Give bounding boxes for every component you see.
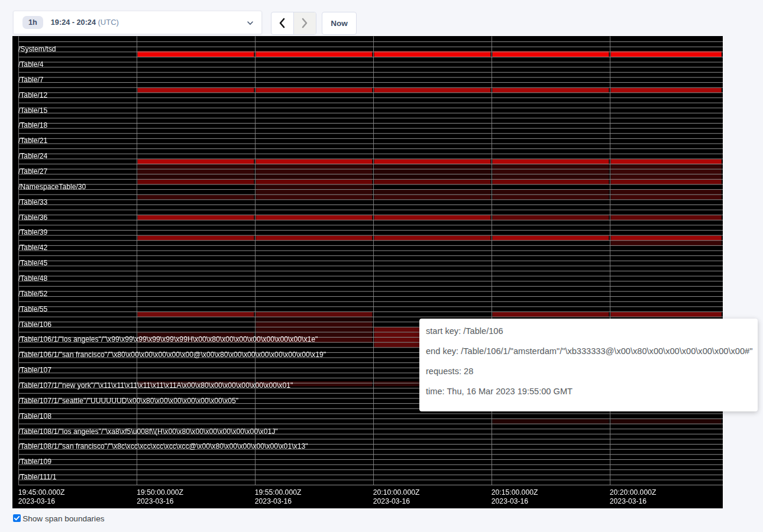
- svg-text:/Table/107: /Table/107: [18, 366, 51, 374]
- svg-text:20:20:00.000Z: 20:20:00.000Z: [610, 488, 657, 497]
- svg-text:/Table/108/1/"san francisco"/": /Table/108/1/"san francisco"/"\x8c\xcc\x…: [18, 442, 308, 450]
- svg-text:2023-03-16: 2023-03-16: [18, 497, 56, 505]
- svg-text:19:55:00.000Z: 19:55:00.000Z: [255, 488, 302, 497]
- svg-text:/Table/42: /Table/42: [18, 244, 48, 252]
- svg-text:2023-03-16: 2023-03-16: [137, 497, 174, 505]
- svg-text:/Table/15: /Table/15: [18, 106, 48, 115]
- svg-text:/Table/106: /Table/106: [18, 320, 51, 329]
- svg-text:/Table/7: /Table/7: [18, 76, 44, 84]
- svg-text:/Table/107/1/"new york"/"\x11\: /Table/107/1/"new york"/"\x11\x11\x11\x1…: [18, 381, 293, 390]
- svg-text:2023-03-16: 2023-03-16: [255, 497, 292, 505]
- svg-text:/Table/109: /Table/109: [18, 458, 51, 466]
- svg-text:19:50:00.000Z: 19:50:00.000Z: [137, 488, 183, 497]
- svg-text:/System/tsd: /System/tsd: [18, 45, 56, 53]
- svg-text:/NamespaceTable/30: /NamespaceTable/30: [18, 183, 86, 191]
- svg-text:/Table/27: /Table/27: [18, 167, 48, 176]
- svg-text:/Table/18: /Table/18: [18, 121, 48, 129]
- svg-text:/Table/12: /Table/12: [18, 91, 48, 99]
- svg-text:/Table/39: /Table/39: [18, 228, 48, 236]
- svg-text:/Table/108: /Table/108: [18, 412, 51, 420]
- svg-text:20:15:00.000Z: 20:15:00.000Z: [492, 488, 538, 497]
- svg-text:2023-03-16: 2023-03-16: [610, 497, 647, 505]
- svg-text:20:10:00.000Z: 20:10:00.000Z: [373, 488, 420, 497]
- svg-text:/Table/108/1/"los angeles"/"\x: /Table/108/1/"los angeles"/"\xa8\xf5\u00…: [18, 427, 278, 436]
- svg-text:2023-03-16: 2023-03-16: [373, 497, 410, 505]
- svg-text:/Table/45: /Table/45: [18, 259, 48, 267]
- svg-text:/Table/33: /Table/33: [18, 198, 48, 206]
- svg-text:/Table/48: /Table/48: [18, 274, 48, 283]
- svg-text:/Table/52: /Table/52: [18, 290, 48, 298]
- svg-text:19:45:00.000Z: 19:45:00.000Z: [18, 488, 65, 497]
- svg-text:/Table/106/1/"los angeles"/"\x: /Table/106/1/"los angeles"/"\x99\x99\x99…: [18, 335, 318, 343]
- svg-text:/Table/55: /Table/55: [18, 305, 48, 313]
- svg-text:/Table/4: /Table/4: [18, 60, 44, 69]
- svg-text:/Table/107/1/"seattle"/"UUUUUU: /Table/107/1/"seattle"/"UUUUUUD\x00\x80\…: [18, 397, 238, 405]
- svg-text:2023-03-16: 2023-03-16: [492, 497, 529, 505]
- svg-text:/Table/36: /Table/36: [18, 213, 48, 222]
- svg-text:/Table/111/1: /Table/111/1: [18, 473, 57, 481]
- svg-text:/Table/24: /Table/24: [18, 152, 48, 160]
- svg-text:/Table/21: /Table/21: [18, 137, 48, 145]
- svg-text:/Table/106/1/"san francisco"/": /Table/106/1/"san francisco"/"\x80\x00\x…: [18, 351, 326, 359]
